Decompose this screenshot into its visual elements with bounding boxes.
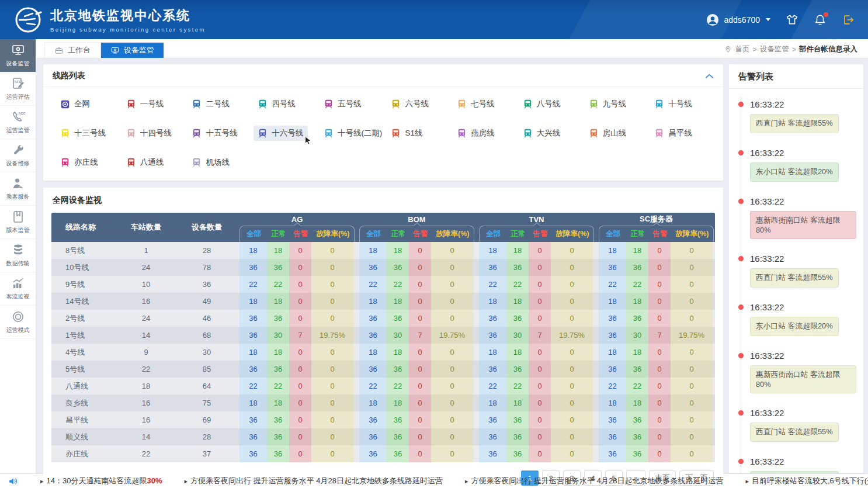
ticker-items: ▸ 14：30分天通苑南站客流超限30% ▸ 方便乘客夜间出行 提升运营服务水平… — [40, 476, 868, 486]
line-item-line-6[interactable]: 六号线 — [387, 96, 433, 112]
user-menu[interactable]: adds6700 — [706, 13, 770, 26]
line-item-line-4[interactable]: 四号线 — [254, 96, 300, 112]
line-item-line-16[interactable]: 十六号线 — [254, 126, 308, 141]
alarm-message[interactable]: 惠新西街南口站 客流超限80% — [750, 365, 856, 393]
sidebar-item-passenger-service[interactable]: 乘客服务 — [0, 172, 36, 206]
ticker-arrow-icon: ▸ — [40, 477, 44, 485]
table-row: 昌平线 16 69 363600363600363600363600 — [51, 411, 715, 428]
metric-cell: 22 — [599, 378, 626, 394]
metric-cell: 0 — [551, 310, 593, 327]
collapse-chevron-up-icon[interactable] — [705, 72, 714, 79]
metric-cell: 0 — [648, 310, 671, 327]
line-item-line-9[interactable]: 九号线 — [585, 96, 631, 112]
sidebar-item-device-supervision[interactable]: 设备监管 — [0, 39, 36, 72]
cell-stations: 16 — [113, 293, 179, 310]
line-item-line-changping[interactable]: 昌平线 — [650, 126, 697, 141]
metric-cell: 7 — [529, 327, 551, 344]
metric-cell: 0 — [529, 344, 551, 361]
line-item-line-daxing[interactable]: 大兴线 — [519, 126, 565, 141]
line-item-line-1[interactable]: 一号线 — [122, 96, 169, 112]
metric-cell: 18 — [239, 344, 267, 361]
alarm-item: 16:33:22 东小口站 客流超限20% — [738, 148, 856, 182]
line-item-line-airport[interactable]: 机场线 — [188, 155, 234, 170]
alarm-panel-title: 告警列表 — [729, 64, 863, 89]
train-icon — [589, 129, 598, 138]
metric-cell: 0 — [529, 394, 551, 411]
notification-bell-icon[interactable] — [814, 13, 827, 26]
line-item-line-10-phase2[interactable]: 十号线(二期) — [320, 126, 387, 141]
afc-doc-icon: AFC — [11, 77, 26, 91]
sidebar-item-operation-mode[interactable]: 运营模式 — [0, 306, 36, 339]
table-row: 8号线 1 28 181800181800181800181800 — [51, 242, 715, 259]
metric-cell: 0 — [671, 411, 713, 428]
sidebar-item-operation-evaluation[interactable]: AFC 运营评估 — [0, 72, 36, 106]
metric-cell: 18 — [479, 293, 506, 310]
alarm-message[interactable]: 惠新西街南口站 客流超限80% — [750, 211, 856, 239]
metric-cell: 0 — [431, 293, 473, 310]
metric-cell: 0 — [289, 259, 311, 276]
line-item-line-yizhuang[interactable]: 亦庄线 — [56, 155, 103, 170]
metric-cell: 22 — [267, 276, 289, 293]
metric-cell: 36 — [599, 428, 626, 445]
tab-workbench[interactable]: 工作台 — [44, 42, 100, 58]
line-item-line-batong[interactable]: 八通线 — [122, 155, 169, 170]
sidebar-item-operation-supervision[interactable]: ACC 运营监管 — [0, 106, 36, 139]
table-row: 亦庄线 22 37 363600363600363600363600 — [51, 445, 715, 462]
sidebar-item-version-supervision[interactable]: 版本监管 — [0, 206, 36, 239]
table-row: 1号线 14 68 3630719.75%3630719.75%3630719.… — [51, 327, 715, 344]
metric-cell: 0 — [551, 259, 593, 276]
alarm-item: 16:33:22 东小口站 客流超限20% — [738, 302, 856, 336]
line-item-line-s1[interactable]: S1线 — [387, 126, 427, 141]
metric-cell: 18 — [599, 394, 626, 411]
metric-cell: 0 — [529, 242, 551, 259]
line-item-line-10[interactable]: 十号线 — [650, 96, 697, 112]
alarm-message[interactable]: 西直门站 客流超限55% — [750, 423, 839, 442]
line-item-all-network[interactable]: 全网 — [56, 96, 95, 112]
metric-cell: 0 — [409, 276, 431, 293]
line-item-line-yanfang[interactable]: 燕房线 — [453, 126, 499, 141]
metric-cell: 0 — [529, 378, 551, 394]
metric-cell: 18 — [359, 344, 387, 361]
tab-device-supervision[interactable]: 设备监管 — [100, 42, 164, 58]
alarm-panel: 告警列表 16:33:22 西直门站 客流超限55% 16:33:22 东小口站… — [729, 64, 863, 473]
cell-devices: 69 — [179, 411, 235, 428]
line-item-line-7[interactable]: 七号线 — [453, 96, 499, 112]
group-header-BOM: BOM 全部正常告警故障率(%) — [359, 213, 474, 242]
breadcrumb-device-supervision[interactable]: 设备监管 — [760, 44, 789, 54]
alarm-message[interactable]: 东小口站 客流超限20% — [750, 317, 839, 336]
metric-cell: 0 — [551, 411, 593, 428]
breadcrumb-home[interactable]: 首页 — [735, 44, 749, 54]
metric-cell: 0 — [529, 293, 551, 310]
line-item-line-15[interactable]: 十五号线 — [188, 126, 242, 141]
line-item-line-2[interactable]: 二号线 — [188, 96, 234, 112]
line-item-line-14[interactable]: 十四号线 — [122, 126, 176, 141]
metric-cell: 36 — [267, 445, 289, 462]
monitor-icon — [110, 46, 120, 55]
alarm-message[interactable]: 西直门站 客流超限55% — [750, 268, 839, 288]
alarm-message[interactable]: 西直门站 客流超限55% — [750, 114, 839, 133]
metric-cell: 18 — [267, 293, 289, 310]
sidebar-item-flow-monitor[interactable]: 客流监视 — [0, 272, 36, 306]
line-item-line-8[interactable]: 八号线 — [519, 96, 565, 112]
metric-cell: 18 — [267, 242, 289, 259]
metric-cell: 0 — [431, 344, 473, 361]
metric-cell: 0 — [671, 445, 713, 462]
alarm-message[interactable]: 东小口站 客流超限20% — [750, 162, 839, 182]
group-header-AG: AG 全部正常告警故障率(%) — [239, 213, 355, 242]
cell-stations: 14 — [113, 327, 179, 344]
logout-icon[interactable] — [842, 13, 855, 26]
metric-cell: 0 — [671, 259, 713, 276]
metric-cell: 36 — [626, 445, 648, 462]
sidebar-item-equipment-maintenance[interactable]: 设备维修 — [0, 139, 36, 172]
train-icon — [61, 129, 70, 138]
ticker-item: ▸ 目前呼家楼站客流较大,6号线下行(开往海淀五路居方向)在呼家楼站采取部分在呼… — [745, 476, 868, 486]
metric-cell: 36 — [506, 411, 529, 428]
line-item-line-13[interactable]: 十三号线 — [56, 126, 110, 141]
cell-stations: 22 — [113, 445, 179, 462]
alarm-message[interactable]: 东小口站 客流超限20% — [750, 471, 839, 473]
metric-cell: 36 — [267, 361, 289, 378]
line-item-line-5[interactable]: 五号线 — [320, 96, 366, 112]
line-item-line-fangshan[interactable]: 房山线 — [585, 126, 631, 141]
theme-tshirt-icon[interactable] — [786, 13, 798, 26]
sidebar-item-data-transmission[interactable]: 数据传输 — [0, 239, 36, 272]
